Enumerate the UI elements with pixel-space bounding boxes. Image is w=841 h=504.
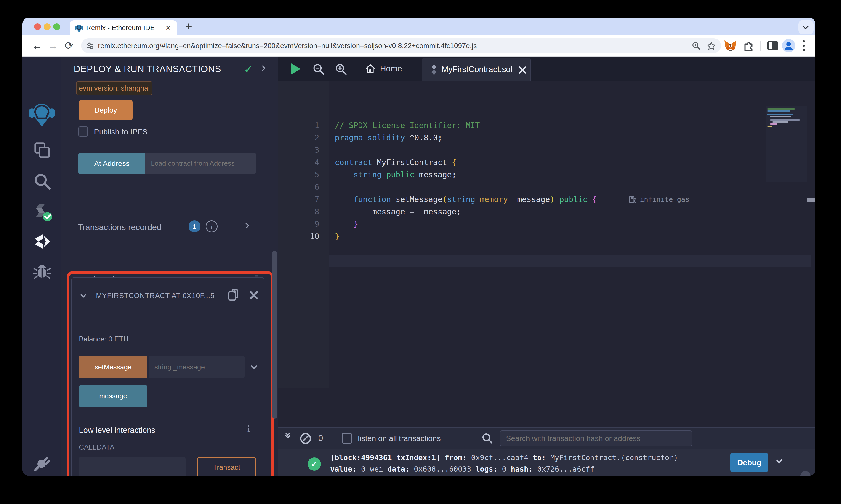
home-icon <box>364 63 376 74</box>
contract-collapse-icon[interactable] <box>81 292 86 298</box>
gas-annotation: infinite gas <box>629 193 689 205</box>
browser-toolbar: ← → ⟳ remix.ethereum.org/#lang=en&optimi… <box>22 35 816 57</box>
tab-close-icon[interactable]: × <box>166 23 171 33</box>
menu-dots-icon[interactable] <box>802 39 805 52</box>
reload-icon[interactable]: ⟳ <box>65 39 73 52</box>
expand-chevrons-icon[interactable] <box>286 431 290 437</box>
site-settings-icon[interactable] <box>86 42 95 50</box>
publish-ipfs-label: Publish to IPFS <box>94 127 148 136</box>
block-ban-icon[interactable] <box>299 433 311 445</box>
log-token: [block:4994361 txIndex:1] <box>330 453 445 462</box>
browser-tabstrip: Remix - Ethereum IDE × + <box>22 18 816 35</box>
publish-ipfs-checkbox[interactable] <box>79 126 88 137</box>
code-token: ) <box>550 195 555 204</box>
code-token: setMessage <box>396 195 443 204</box>
deploy-run-icon[interactable] <box>33 232 51 251</box>
browser-tab[interactable]: Remix - Ethereum IDE × <box>70 20 177 35</box>
traffic-zoom-button[interactable] <box>53 23 60 30</box>
line-number: 4 <box>278 156 319 168</box>
address-bar[interactable]: remix.ethereum.org/#lang=en&optimize=fal… <box>81 38 721 53</box>
minimap-bar <box>772 122 788 123</box>
debugger-icon[interactable] <box>33 263 51 280</box>
line-number: 2 <box>278 131 319 144</box>
browser-window: Remix - Ethereum IDE × + ← → ⟳ remix.eth… <box>22 18 816 476</box>
metamask-icon[interactable] <box>724 40 737 52</box>
split-view-icon[interactable] <box>767 40 778 51</box>
contract-close-icon[interactable] <box>249 290 259 300</box>
remix-app: DEPLOY & RUN TRANSACTIONS ✓ evm version:… <box>22 57 816 476</box>
minimap-bar <box>768 110 790 112</box>
traffic-close-button[interactable] <box>34 23 41 30</box>
listen-checkbox[interactable] <box>342 433 352 444</box>
current-line-highlight <box>278 254 811 267</box>
set-message-button[interactable]: setMessage <box>79 356 148 378</box>
code-token: memory <box>480 195 513 204</box>
code-token: { <box>452 158 457 167</box>
set-message-label: setMessage <box>95 363 132 371</box>
terminal-search-icon <box>481 433 493 445</box>
panel-scrollbar[interactable] <box>272 251 277 419</box>
log-token: 0x9cf...caaf4 <box>467 453 533 462</box>
log-token: data: <box>388 465 409 473</box>
copy-icon[interactable] <box>227 289 240 302</box>
code-token: } <box>335 232 339 241</box>
extensions-icon[interactable] <box>743 40 754 51</box>
code-token: } <box>335 219 358 229</box>
transact-button[interactable]: Transact <box>197 457 256 476</box>
message-label: message <box>99 392 127 400</box>
transactions-expand-icon[interactable] <box>243 223 249 229</box>
bookmark-star-icon[interactable] <box>706 41 716 51</box>
transaction-log-row[interactable]: ✓ [block:4994361 txIndex:1] from: 0x9cf.… <box>278 449 816 476</box>
code-line: pragma solidity ^0.8.0; <box>335 131 443 144</box>
deployed-contract-card: MYFIRSTCONTRACT AT 0X10F...5 Balance: 0 … <box>71 277 264 476</box>
new-tab-icon[interactable]: + <box>185 19 192 33</box>
tab-close-icon[interactable] <box>518 66 527 74</box>
info-icon[interactable]: i <box>206 220 218 232</box>
run-play-icon[interactable] <box>291 64 301 74</box>
tab-home[interactable]: Home <box>364 61 402 76</box>
expand-params-icon[interactable] <box>251 363 257 369</box>
code-token: message = _message; <box>335 207 461 216</box>
back-icon[interactable]: ← <box>32 39 42 52</box>
code-editor[interactable]: 1 2 3 4 5 6 7 8 9 10 // SPDX-License-Ide… <box>278 81 816 388</box>
remix-logo[interactable] <box>29 101 55 127</box>
profile-avatar[interactable] <box>782 39 795 52</box>
set-message-input[interactable] <box>149 356 244 378</box>
file-explorer-icon[interactable] <box>33 142 51 159</box>
zoom-page-icon[interactable] <box>692 41 701 51</box>
gas-pump-icon <box>629 195 637 204</box>
at-address-input[interactable] <box>145 153 256 174</box>
terminal-tx-count: 0 <box>318 433 323 443</box>
zoom-in-icon[interactable] <box>335 63 348 76</box>
code-token: string <box>447 195 480 204</box>
plugin-icon[interactable] <box>33 454 51 472</box>
url-text[interactable]: remix.ethereum.org/#lang=en&optimize=fal… <box>98 42 477 50</box>
terminal-search-input[interactable] <box>500 430 692 447</box>
solidity-compiler-icon[interactable] <box>32 202 53 223</box>
at-address-button[interactable]: At Address <box>79 153 145 174</box>
debug-button[interactable]: Debug <box>731 453 768 472</box>
editor-scrollbar[interactable] <box>807 198 816 202</box>
code-line: string public message; <box>335 168 457 181</box>
search-icon[interactable] <box>33 173 51 190</box>
forward-icon[interactable]: → <box>48 39 58 52</box>
file-tab-label: MyFirstContract.sol <box>442 65 512 74</box>
code-token: ^0.8.0; <box>410 133 443 142</box>
message-button[interactable]: message <box>79 385 148 407</box>
low-level-info-icon[interactable]: i <box>247 424 250 434</box>
minimap[interactable] <box>766 106 807 182</box>
log-token: value: <box>330 465 357 473</box>
code-token: message; <box>419 170 457 179</box>
minimap-bar <box>770 120 800 121</box>
chevron-right-icon[interactable] <box>260 65 265 71</box>
low-level-label: Low level interactions <box>79 426 155 435</box>
deploy-button[interactable]: Deploy <box>79 100 133 120</box>
traffic-minimize-button[interactable] <box>44 23 51 30</box>
log-token: to: <box>533 453 546 462</box>
tab-myfirstcontract[interactable]: MyFirstContract.sol <box>422 57 531 81</box>
card-divider <box>79 415 244 415</box>
tab-search-button[interactable] <box>799 20 813 34</box>
zoom-out-icon[interactable] <box>312 63 325 76</box>
calldata-input[interactable] <box>79 457 186 476</box>
log-expand-icon[interactable] <box>776 457 783 463</box>
